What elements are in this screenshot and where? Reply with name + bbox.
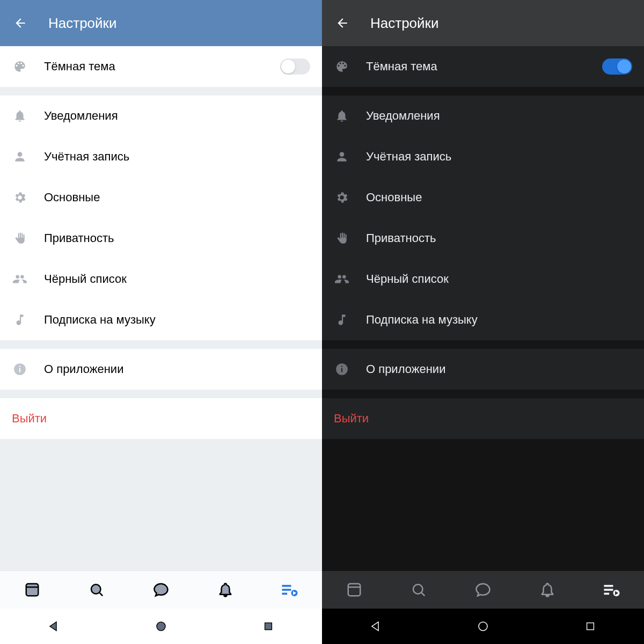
- dark-theme-toggle[interactable]: [602, 58, 632, 75]
- about-row[interactable]: О приложении: [0, 349, 322, 390]
- tab-notifications[interactable]: [537, 579, 558, 601]
- settings-screen-light: Настройки Тёмная тема Уведомления Учётна…: [0, 0, 322, 644]
- palette-icon: [334, 58, 350, 75]
- tab-search[interactable]: [408, 579, 429, 601]
- logout-section: Выйти: [0, 398, 322, 439]
- list-item-label: Учётная запись: [44, 150, 129, 164]
- back-button[interactable]: [332, 12, 353, 34]
- notifications-row[interactable]: Уведомления: [322, 96, 644, 136]
- group-icon: [334, 271, 350, 287]
- system-back-button[interactable]: [43, 616, 64, 637]
- svg-rect-27: [587, 623, 594, 630]
- general-row[interactable]: Основные: [322, 177, 644, 218]
- svg-point-26: [479, 622, 487, 631]
- gear-icon: [12, 189, 28, 206]
- svg-point-19: [413, 584, 423, 594]
- system-back-button[interactable]: [365, 616, 386, 637]
- svg-point-12: [157, 622, 165, 631]
- about-row[interactable]: О приложении: [322, 349, 644, 390]
- notifications-row[interactable]: Уведомления: [0, 96, 322, 136]
- system-recents-button[interactable]: [258, 616, 279, 637]
- hand-icon: [12, 230, 28, 246]
- hand-icon: [334, 230, 350, 246]
- privacy-row[interactable]: Приватность: [0, 218, 322, 259]
- system-recents-button[interactable]: [580, 616, 601, 637]
- about-section: О приложении: [0, 349, 322, 390]
- list-item-label: Приватность: [366, 231, 436, 245]
- settings-list: Уведомления Учётная запись Основные Прив…: [322, 96, 644, 340]
- blacklist-row[interactable]: Чёрный список: [322, 259, 644, 299]
- info-icon: [12, 361, 28, 377]
- svg-rect-2: [19, 366, 20, 367]
- list-item-label: Уведомления: [44, 109, 118, 123]
- privacy-row[interactable]: Приватность: [322, 218, 644, 259]
- dark-theme-row[interactable]: Тёмная тема: [322, 46, 644, 87]
- music-subscription-row[interactable]: Подписка на музыку: [0, 299, 322, 340]
- theme-section: Тёмная тема: [322, 46, 644, 87]
- svg-line-6: [100, 593, 103, 596]
- list-item-label: Подписка на музыку: [44, 313, 156, 327]
- general-row[interactable]: Основные: [0, 177, 322, 218]
- arrow-left-icon: [13, 16, 27, 30]
- svg-rect-16: [341, 366, 342, 367]
- tab-feed[interactable]: [343, 579, 365, 601]
- person-icon: [12, 149, 28, 165]
- bottom-nav: [322, 570, 644, 609]
- dark-theme-label: Тёмная тема: [366, 60, 437, 74]
- svg-rect-15: [341, 368, 342, 372]
- system-nav-bar: [322, 609, 644, 644]
- list-item-label: О приложении: [44, 362, 123, 376]
- dark-theme-label: Тёмная тема: [44, 60, 115, 74]
- list-item-label: Основные: [44, 191, 100, 204]
- music-icon: [334, 312, 350, 328]
- bottom-nav: [0, 570, 322, 609]
- app-bar: Настройки: [322, 0, 644, 46]
- tab-feed[interactable]: [21, 579, 43, 601]
- list-item-label: Чёрный список: [366, 272, 449, 286]
- system-home-button[interactable]: [150, 616, 172, 637]
- svg-rect-3: [26, 584, 39, 596]
- list-item-label: Подписка на музыку: [366, 313, 478, 327]
- list-item-label: О приложении: [366, 362, 445, 376]
- palette-icon: [12, 58, 28, 75]
- svg-line-20: [422, 593, 425, 596]
- info-icon: [334, 361, 350, 377]
- list-item-label: Основные: [366, 191, 422, 204]
- theme-section: Тёмная тема: [0, 46, 322, 87]
- music-subscription-row[interactable]: Подписка на музыку: [322, 299, 644, 340]
- bell-icon: [334, 108, 350, 124]
- about-section: О приложении: [322, 349, 644, 390]
- tab-messages[interactable]: [472, 579, 494, 601]
- svg-point-5: [91, 584, 101, 594]
- dark-theme-toggle[interactable]: [280, 58, 310, 75]
- system-home-button[interactable]: [472, 616, 494, 637]
- group-icon: [12, 271, 28, 287]
- account-row[interactable]: Учётная запись: [0, 136, 322, 177]
- bell-icon: [12, 108, 28, 124]
- back-button[interactable]: [10, 12, 31, 34]
- list-item-label: Приватность: [44, 231, 114, 245]
- svg-rect-13: [265, 623, 272, 630]
- tab-messages[interactable]: [150, 579, 172, 601]
- settings-screen-dark: Настройки Тёмная тема Уведомления Учётна…: [322, 0, 644, 644]
- logout-button[interactable]: Выйти: [0, 398, 322, 439]
- tab-music-playlist[interactable]: [279, 579, 301, 601]
- page-title: Настройки: [48, 15, 117, 32]
- account-row[interactable]: Учётная запись: [322, 136, 644, 177]
- person-icon: [334, 149, 350, 165]
- music-icon: [12, 312, 28, 328]
- logout-button[interactable]: Выйти: [322, 398, 644, 439]
- settings-list: Уведомления Учётная запись Основные Прив…: [0, 96, 322, 340]
- blacklist-row[interactable]: Чёрный список: [0, 259, 322, 299]
- logout-section: Выйти: [322, 398, 644, 439]
- tab-notifications[interactable]: [215, 579, 236, 601]
- dark-theme-row[interactable]: Тёмная тема: [0, 46, 322, 87]
- list-item-label: Учётная запись: [366, 150, 451, 164]
- gear-icon: [334, 189, 350, 206]
- svg-rect-17: [348, 584, 361, 596]
- tab-search[interactable]: [86, 579, 107, 601]
- tab-music-playlist[interactable]: [601, 579, 623, 601]
- page-title: Настройки: [370, 15, 439, 32]
- list-item-label: Чёрный список: [44, 272, 127, 286]
- list-item-label: Уведомления: [366, 109, 440, 123]
